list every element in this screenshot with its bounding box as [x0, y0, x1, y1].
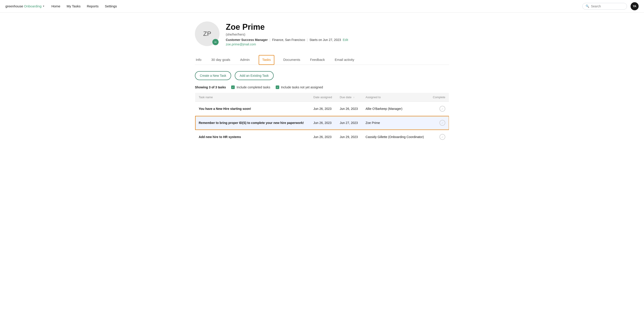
assigned-to-cell: Zoe Prime — [362, 116, 429, 130]
filter-completed-group: ✓ Include completed tasks — [231, 86, 270, 89]
showing-label: Showing 3 of 3 tasks — [195, 86, 226, 89]
complete-checkbox[interactable]: ✓ — [440, 106, 445, 112]
logo-onboarding-text: Onboarding — [24, 4, 42, 8]
nav-my-tasks[interactable]: My Tasks — [67, 4, 80, 8]
include-not-assigned-label: Include tasks not yet assigned — [281, 86, 323, 89]
meta-divider-2: | — [307, 38, 308, 42]
profile-department: Finance, San Francisco — [272, 38, 305, 42]
col-date-assigned: Date assigned — [310, 93, 336, 102]
profile-tabs: Info 30 day goals Admin Tasks Documents … — [195, 55, 449, 65]
search-box[interactable]: 🔍 — [582, 3, 627, 10]
col-task-name: Task name — [195, 93, 310, 102]
profile-avatar: ZP ✏ — [195, 22, 220, 46]
logo[interactable]: greenhouse Onboarding ▾ — [5, 4, 44, 8]
search-icon: 🔍 — [586, 4, 589, 8]
col-complete: Complete — [429, 93, 449, 102]
profile-name: Zoe Prime — [226, 22, 348, 32]
filter-row: Showing 3 of 3 tasks ✓ Include completed… — [195, 86, 449, 89]
meta-divider-1: | — [270, 38, 270, 42]
filter-not-assigned-group: ✓ Include tasks not yet assigned — [276, 86, 323, 89]
complete-cell: ✓ — [429, 102, 449, 116]
date-assigned-cell: Jun 26, 2023 — [310, 116, 336, 130]
task-name-text: You have a New Hire starting soon! — [199, 107, 251, 110]
search-input[interactable] — [591, 4, 624, 8]
profile-info: Zoe Prime (she/her/hers) Customer Succes… — [226, 22, 348, 46]
edit-avatar-icon: ✏ — [214, 40, 217, 44]
tab-documents[interactable]: Documents — [282, 55, 301, 65]
assigned-to-cell: Allie O'Barkeep (Manager) — [362, 102, 429, 116]
tab-email-activity[interactable]: Email activity — [334, 55, 355, 65]
table-body: You have a New Hire starting soon! Jun 2… — [195, 102, 449, 144]
navbar-right: 🔍 YA — [582, 2, 639, 10]
complete-cell: ✓ — [429, 130, 449, 144]
include-not-assigned-checkbox[interactable]: ✓ — [276, 86, 279, 89]
add-existing-task-button[interactable]: Add an Existing Task — [235, 71, 274, 80]
include-completed-checkbox[interactable]: ✓ — [231, 86, 235, 89]
profile-start-date: Starts on Jun 27, 2023 — [310, 38, 341, 42]
table-row: Add new hire to HR systems Jun 26, 2023 … — [195, 130, 449, 144]
logo-greenhouse-text: greenhouse — [5, 4, 23, 8]
tab-admin[interactable]: Admin — [239, 55, 250, 65]
tab-tasks[interactable]: Tasks — [259, 55, 274, 65]
navbar: greenhouse Onboarding ▾ Home My Tasks Re… — [0, 0, 644, 12]
nav-home[interactable]: Home — [52, 4, 60, 8]
task-name-cell: Add new hire to HR systems — [195, 130, 310, 144]
main-nav: Home My Tasks Reports Settings — [52, 4, 117, 8]
navbar-left: greenhouse Onboarding ▾ Home My Tasks Re… — [5, 4, 117, 8]
task-actions: Create a New Task Add an Existing Task — [195, 71, 449, 80]
assigned-to-cell: Cassidy Gillette (Onboarding Coordinator… — [362, 130, 429, 144]
profile-initials: ZP — [203, 30, 211, 37]
task-name-cell: Remember to bring proper ID(S) to comple… — [195, 116, 310, 130]
profile-email[interactable]: zoe.prime@jmail.com — [226, 42, 256, 46]
profile-edit-link[interactable]: Edit — [343, 38, 348, 42]
task-table: Task name Date assigned Due date ↑ Assig… — [195, 92, 449, 144]
table-row: You have a New Hire starting soon! Jun 2… — [195, 102, 449, 116]
due-date-cell: Jun 27, 2023 — [336, 116, 362, 130]
tab-30-day-goals[interactable]: 30 day goals — [210, 55, 231, 65]
date-assigned-cell: Jun 26, 2023 — [310, 102, 336, 116]
include-completed-label: Include completed tasks — [236, 86, 270, 89]
create-new-task-button[interactable]: Create a New Task — [195, 71, 231, 80]
complete-checkbox[interactable]: ✓ — [440, 134, 445, 140]
sort-icon: ↑ — [353, 96, 355, 99]
due-date-cell: Jun 29, 2023 — [336, 130, 362, 144]
profile-header: ZP ✏ Zoe Prime (she/her/hers) Customer S… — [195, 22, 449, 46]
table-row: Remember to bring proper ID(S) to comple… — [195, 116, 449, 130]
task-name-text: Add new hire to HR systems — [199, 135, 241, 139]
date-assigned-cell: Jun 26, 2023 — [310, 130, 336, 144]
user-avatar-button[interactable]: YA — [630, 2, 639, 10]
main-content: ZP ✏ Zoe Prime (she/her/hers) Customer S… — [188, 12, 456, 153]
profile-title: Customer Success Manager — [226, 38, 268, 42]
profile-meta: Customer Success Manager | Finance, San … — [226, 38, 348, 42]
edit-avatar-button[interactable]: ✏ — [212, 39, 218, 45]
nav-reports[interactable]: Reports — [87, 4, 99, 8]
col-due-date[interactable]: Due date ↑ — [336, 93, 362, 102]
task-name-cell: You have a New Hire starting soon! — [195, 102, 310, 116]
profile-pronouns: (she/her/hers) — [226, 33, 348, 36]
due-date-cell: Jun 26, 2023 — [336, 102, 362, 116]
tab-feedback[interactable]: Feedback — [309, 55, 326, 65]
nav-settings[interactable]: Settings — [105, 4, 117, 8]
table-header: Task name Date assigned Due date ↑ Assig… — [195, 93, 449, 102]
task-name-text: Remember to bring proper ID(S) to comple… — [199, 121, 304, 124]
logo-chevron-icon: ▾ — [43, 5, 44, 8]
col-assigned-to: Assigned to — [362, 93, 429, 102]
tab-info[interactable]: Info — [195, 55, 202, 65]
complete-checkbox[interactable]: ✓ — [440, 120, 445, 126]
complete-cell: ✓ — [429, 116, 449, 130]
